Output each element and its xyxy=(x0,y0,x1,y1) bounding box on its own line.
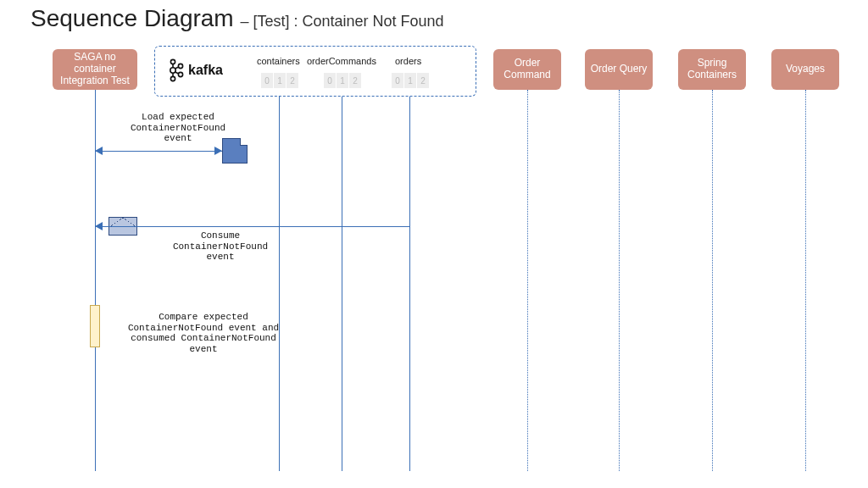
msg-load-arrow-left xyxy=(95,147,103,155)
msg-consume-text: Consume ContainerNotFound event xyxy=(161,230,280,263)
svg-point-0 xyxy=(170,59,175,64)
participant-order-command: Order Command xyxy=(493,49,561,90)
title-sub: – [Test] : Container Not Found xyxy=(240,13,443,30)
lifeline-order-command xyxy=(527,90,528,471)
topic-containers-label: containers xyxy=(257,56,300,66)
kafka-label: kafka xyxy=(188,63,223,78)
svg-point-3 xyxy=(178,64,182,68)
participant-spring-containers: Spring Containers xyxy=(678,49,746,90)
msg-load-text: Load expected ContainerNotFound event xyxy=(119,112,237,144)
lifeline-order-query xyxy=(619,90,620,471)
note-icon xyxy=(222,138,248,164)
lifeline-orders xyxy=(409,97,410,471)
topic-containers-partitions: 012 xyxy=(261,73,298,88)
topic-orders-partitions: 012 xyxy=(392,73,429,88)
msg-load-line xyxy=(95,151,222,152)
topic-ordercommands-partitions: 012 xyxy=(324,73,361,88)
msg-load-arrow-right xyxy=(214,147,222,155)
lifeline-ordercommands xyxy=(342,97,342,471)
participant-voyages: Voyages xyxy=(771,49,839,90)
kafka-icon xyxy=(168,58,185,83)
lifeline-voyages xyxy=(805,90,806,471)
topic-orders-label: orders xyxy=(395,56,421,66)
title-main: Sequence Diagram xyxy=(31,5,234,31)
svg-point-4 xyxy=(178,72,182,76)
svg-point-2 xyxy=(170,76,175,80)
diagram-title: Sequence Diagram – [Test] : Container No… xyxy=(31,5,444,32)
lifeline-spring-containers xyxy=(712,90,713,471)
kafka-logo: kafka xyxy=(168,58,223,83)
participant-order-query: Order Query xyxy=(585,49,653,90)
topic-ordercommands-label: orderCommands xyxy=(307,56,376,66)
participant-saga: SAGA no container Integration Test xyxy=(53,49,137,90)
activation-compare xyxy=(90,305,100,347)
svg-point-1 xyxy=(170,68,175,73)
lifeline-containers xyxy=(279,97,280,471)
msg-consume-arrow xyxy=(95,222,103,230)
svg-line-7 xyxy=(175,67,179,69)
msg-consume-origin-tick xyxy=(409,208,410,226)
svg-line-8 xyxy=(175,72,179,74)
msg-consume-line xyxy=(95,226,409,227)
msg-compare-text: Compare expected ContainerNotFound event… xyxy=(119,312,288,355)
